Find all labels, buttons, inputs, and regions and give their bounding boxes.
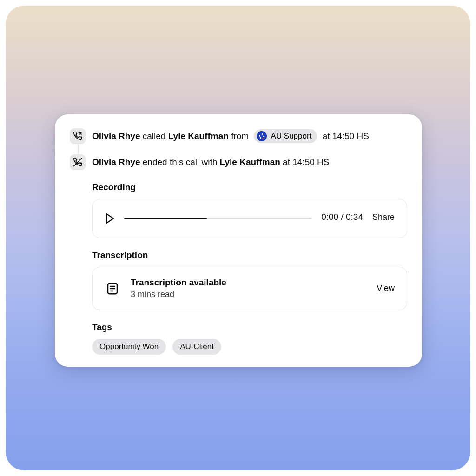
call-ended-icon [70, 154, 86, 170]
event-call-ended: Olivia Rhye ended this call with Lyle Ka… [70, 154, 407, 170]
callee-name: Lyle Kauffman [168, 130, 229, 142]
call-events: Olivia Rhye called Lyle Kauffman from AU… [70, 128, 407, 170]
caller-name: Olivia Rhye [92, 130, 140, 142]
time-separator: / [338, 212, 346, 222]
playback-progress [124, 218, 207, 219]
transcription-status: Transcription available [131, 278, 366, 288]
recording-section: Recording 0:00 / 0:34 Share [92, 182, 407, 238]
tags-section: Tags Opportunity Won AU-Client [92, 322, 407, 355]
australia-flag-icon [257, 131, 267, 141]
tag-chip[interactable]: Opportunity Won [92, 339, 166, 355]
tag-chip[interactable]: AU-Client [172, 339, 221, 355]
team-chip[interactable]: AU Support [254, 129, 317, 144]
view-button[interactable]: View [377, 284, 395, 293]
gradient-background: Olivia Rhye called Lyle Kauffman from AU… [6, 6, 470, 470]
caller-name: Olivia Rhye [92, 156, 140, 168]
timeline-connector [78, 144, 79, 155]
recording-player: 0:00 / 0:34 Share [92, 199, 407, 238]
transcription-read-time: 3 mins read [131, 290, 366, 299]
event-call-ended-text: Olivia Rhye ended this call with Lyle Ka… [92, 156, 329, 168]
transcription-panel: Transcription available 3 mins read View [92, 267, 407, 310]
recording-title: Recording [92, 182, 407, 192]
at-word: at [280, 156, 292, 168]
total-time: 0:34 [346, 212, 363, 222]
event-call-started: Olivia Rhye called Lyle Kauffman from AU… [70, 128, 407, 144]
called-verb: called [140, 130, 168, 142]
play-button[interactable] [105, 212, 115, 225]
tags-title: Tags [92, 322, 407, 332]
call-outgoing-icon [70, 128, 86, 144]
call-end-time: 14:50 HS [292, 156, 329, 168]
svg-marker-2 [106, 214, 113, 223]
transcription-title: Transcription [92, 250, 407, 260]
playback-track[interactable] [124, 218, 312, 219]
at-word: at [320, 130, 332, 142]
transcription-body: Transcription available 3 mins read [131, 278, 366, 299]
event-call-started-text: Olivia Rhye called Lyle Kauffman from AU… [92, 129, 369, 144]
from-word: from [229, 130, 251, 142]
tags-row: Opportunity Won AU-Client [92, 339, 407, 355]
transcript-icon [105, 281, 120, 297]
callee-name: Lyle Kauffman [220, 156, 280, 168]
ended-verb: ended this call with [140, 156, 220, 168]
share-button[interactable]: Share [372, 212, 395, 222]
call-start-time: 14:50 HS [332, 130, 369, 142]
team-label: AU Support [271, 131, 311, 142]
transcription-section: Transcription Transcription available 3 … [92, 250, 407, 310]
timecode: 0:00 / 0:34 [321, 212, 363, 222]
current-time: 0:00 [321, 212, 338, 222]
call-detail-card: Olivia Rhye called Lyle Kauffman from AU… [55, 114, 422, 367]
